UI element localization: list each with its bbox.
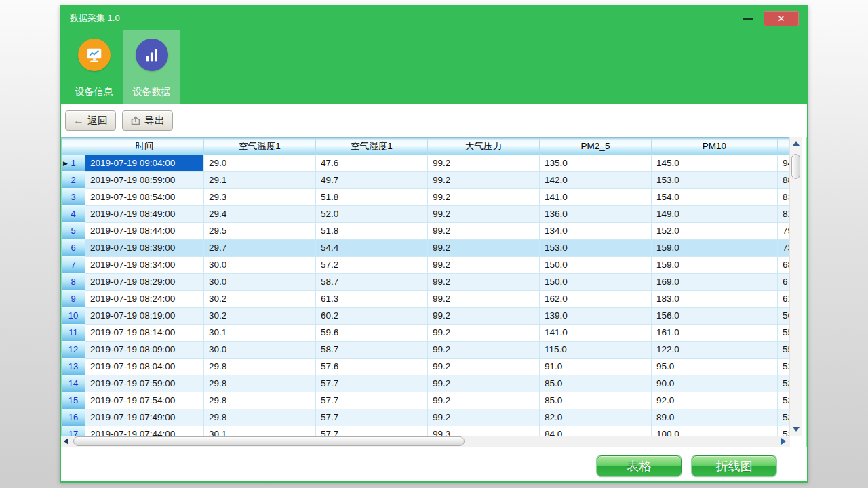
table-cell[interactable]: 55.3 bbox=[778, 342, 789, 359]
table-row[interactable]: 92019-07-19 08:24:0030.261.399.2162.0183… bbox=[62, 291, 789, 308]
table-cell[interactable]: 81.6 bbox=[778, 206, 789, 223]
table-cell[interactable]: 2019-07-19 08:09:00 bbox=[85, 342, 204, 359]
table-row[interactable]: 72019-07-19 08:34:0030.057.299.2150.0159… bbox=[62, 257, 789, 274]
table-row[interactable]: 172019-07-19 07:44:0030.157.799.384.0100… bbox=[62, 426, 789, 436]
table-cell[interactable]: 99.2 bbox=[428, 172, 540, 189]
table-cell[interactable]: 2019-07-19 08:29:00 bbox=[85, 274, 204, 291]
close-button[interactable]: ✕ bbox=[764, 11, 799, 26]
horizontal-scrollbar-thumb[interactable] bbox=[73, 436, 465, 446]
column-header[interactable]: 时间 bbox=[85, 138, 204, 155]
table-cell[interactable]: 30.0 bbox=[204, 342, 316, 359]
table-cell[interactable]: 83.5 bbox=[778, 189, 789, 206]
table-cell[interactable]: 162.0 bbox=[540, 291, 652, 308]
table-cell[interactable]: 161.0 bbox=[652, 325, 778, 342]
table-cell[interactable]: 52.9 bbox=[778, 359, 789, 375]
table-row[interactable]: 152019-07-19 07:54:0029.857.799.285.092.… bbox=[62, 392, 789, 409]
table-cell[interactable]: 159.0 bbox=[652, 257, 778, 274]
table-cell[interactable]: 134.0 bbox=[540, 223, 652, 240]
table-cell[interactable]: 51.8 bbox=[316, 223, 428, 240]
table-cell[interactable]: 183.0 bbox=[652, 291, 778, 308]
table-cell[interactable]: 61.2 bbox=[778, 291, 789, 308]
table-cell[interactable]: 99.2 bbox=[428, 375, 540, 392]
table-cell[interactable]: 92.0 bbox=[652, 392, 778, 409]
table-cell[interactable]: 79.5 bbox=[778, 223, 789, 240]
table-view-button[interactable]: 表格 bbox=[597, 455, 682, 476]
table-cell[interactable]: 59.6 bbox=[316, 325, 428, 342]
table-cell[interactable]: 53.7 bbox=[778, 375, 789, 392]
table-cell[interactable]: 53.0 bbox=[778, 409, 789, 426]
table-cell[interactable]: 56.5 bbox=[778, 308, 789, 325]
column-header[interactable]: 空气湿度1 bbox=[316, 138, 428, 155]
table-cell[interactable]: 156.0 bbox=[652, 308, 778, 325]
table-cell[interactable]: 29.5 bbox=[204, 223, 316, 240]
table-row[interactable]: 112019-07-19 08:14:0030.159.699.2141.016… bbox=[62, 325, 789, 342]
table-cell[interactable]: 99.2 bbox=[428, 342, 540, 359]
table-cell[interactable]: 2019-07-19 07:59:00 bbox=[85, 375, 204, 392]
row-header-cell[interactable]: 8 bbox=[62, 274, 85, 291]
table-cell[interactable]: 2019-07-19 08:44:00 bbox=[85, 223, 204, 240]
table-cell[interactable]: 99.2 bbox=[428, 257, 540, 274]
row-header-cell[interactable]: 3 bbox=[62, 189, 85, 206]
row-header-cell[interactable]: 15 bbox=[62, 392, 85, 409]
table-cell[interactable]: 169.0 bbox=[652, 274, 778, 291]
table-cell[interactable]: 153.0 bbox=[540, 240, 652, 257]
table-cell[interactable]: 99.2 bbox=[428, 155, 540, 172]
table-cell[interactable]: 90.0 bbox=[652, 375, 778, 392]
row-header-cell[interactable]: 9 bbox=[62, 291, 85, 308]
row-header-cell[interactable]: 4 bbox=[62, 206, 85, 223]
vertical-scrollbar-thumb[interactable] bbox=[791, 154, 800, 179]
row-header-cell[interactable]: 6 bbox=[62, 240, 85, 257]
row-header-cell[interactable]: 10 bbox=[62, 308, 85, 325]
table-row[interactable]: 32019-07-19 08:54:0029.351.899.2141.0154… bbox=[62, 189, 789, 206]
grid-corner-header[interactable] bbox=[62, 138, 85, 155]
table-cell[interactable]: 85.0 bbox=[540, 375, 652, 392]
table-cell[interactable]: 99.2 bbox=[428, 409, 540, 426]
scroll-down-button[interactable] bbox=[790, 424, 802, 434]
table-cell[interactable]: 115.0 bbox=[540, 342, 652, 359]
export-button[interactable]: 导出 bbox=[122, 110, 173, 131]
row-header-cell[interactable]: 17 bbox=[62, 426, 85, 436]
table-cell[interactable]: 89.0 bbox=[652, 409, 778, 426]
table-row[interactable]: 52019-07-19 08:44:0029.551.899.2134.0152… bbox=[62, 223, 789, 240]
table-cell[interactable]: 88.2 bbox=[778, 172, 789, 189]
table-cell[interactable]: 99.2 bbox=[428, 291, 540, 308]
table-cell[interactable]: 29.8 bbox=[204, 375, 316, 392]
table-cell[interactable]: 29.8 bbox=[204, 359, 316, 375]
table-cell[interactable]: 99.2 bbox=[428, 240, 540, 257]
table-cell[interactable]: 2019-07-19 08:19:00 bbox=[85, 308, 204, 325]
table-cell[interactable]: 61.3 bbox=[316, 291, 428, 308]
table-cell[interactable]: 30.2 bbox=[204, 308, 316, 325]
table-cell[interactable]: 94.3 bbox=[778, 155, 789, 172]
table-cell[interactable]: 29.7 bbox=[204, 240, 316, 257]
column-header[interactable]: PM2_5 bbox=[540, 138, 652, 155]
table-cell[interactable]: 95.0 bbox=[652, 359, 778, 375]
table-cell[interactable]: 122.0 bbox=[652, 342, 778, 359]
table-cell[interactable]: 30.1 bbox=[204, 325, 316, 342]
table-cell[interactable]: 30.2 bbox=[204, 291, 316, 308]
table-cell[interactable]: 58.7 bbox=[316, 274, 428, 291]
table-cell[interactable]: 53.7 bbox=[778, 392, 789, 409]
tab-device-info[interactable]: 设备信息 bbox=[65, 30, 123, 104]
table-cell[interactable]: 99.2 bbox=[428, 308, 540, 325]
table-cell[interactable]: 135.0 bbox=[540, 155, 652, 172]
table-cell[interactable]: 91.0 bbox=[540, 359, 652, 375]
row-header-cell[interactable]: 16 bbox=[62, 409, 85, 426]
table-row[interactable]: 132019-07-19 08:04:0029.857.699.291.095.… bbox=[62, 359, 789, 375]
table-cell[interactable]: 150.0 bbox=[540, 257, 652, 274]
table-cell[interactable]: 139.0 bbox=[540, 308, 652, 325]
row-header-cell[interactable]: 2 bbox=[62, 172, 85, 189]
table-cell[interactable]: 53.1 bbox=[778, 426, 789, 436]
table-cell[interactable]: 47.6 bbox=[316, 155, 428, 172]
minimize-button[interactable] bbox=[738, 10, 758, 26]
table-cell[interactable]: 2019-07-19 08:59:00 bbox=[85, 172, 204, 189]
table-cell[interactable]: 2019-07-19 07:54:00 bbox=[85, 392, 204, 409]
table-row[interactable]: ▶12019-07-19 09:04:0029.047.699.2135.014… bbox=[62, 155, 789, 172]
back-button[interactable]: ← 返回 bbox=[65, 110, 116, 131]
table-cell[interactable]: 82.0 bbox=[540, 409, 652, 426]
table-cell[interactable]: 2019-07-19 08:04:00 bbox=[85, 359, 204, 375]
table-row[interactable]: 102019-07-19 08:19:0030.260.299.2139.015… bbox=[62, 308, 789, 325]
row-header-cell[interactable]: 11 bbox=[62, 325, 85, 342]
table-cell[interactable]: 57.7 bbox=[316, 392, 428, 409]
table-cell[interactable]: 99.2 bbox=[428, 223, 540, 240]
table-cell[interactable]: 99.2 bbox=[428, 325, 540, 342]
